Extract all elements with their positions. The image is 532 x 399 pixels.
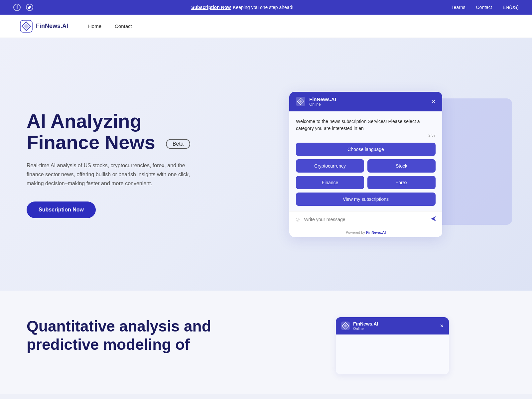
mini-chat-header-left: FinNews.AI Online (341, 321, 378, 331)
chat-btn-row-1: Cryptocurrency Stock (296, 159, 436, 173)
banner-right-nav: Tearns Contact EN(US) (451, 5, 519, 10)
logo-diamond-icon (20, 20, 33, 33)
hero-title-line1: AI Analyzing (27, 110, 142, 132)
chat-logo-icon (296, 97, 305, 106)
chat-footer: Powered by FinNews.AI (289, 228, 442, 237)
brand-name: FinNews.AI (36, 23, 68, 30)
navbar: FinNews.AI Home Contact (0, 15, 532, 38)
top-banner: Subscription Now Keeping you one step ah… (0, 0, 532, 15)
beta-badge: Beta (166, 139, 190, 149)
chat-input-row: ☺ (289, 211, 442, 228)
hero-section: AI Analyzing Finance News Beta Real-time… (0, 38, 532, 291)
chat-close-button[interactable]: × (432, 98, 436, 105)
twitter-icon[interactable] (26, 4, 33, 11)
nav-contact[interactable]: Contact (115, 23, 132, 29)
chat-welcome-message: Welcome to the news subscription Service… (296, 118, 436, 132)
subscription-link[interactable]: Subscription Now (191, 5, 231, 10)
section2: Quantitative analysis and predictive mod… (0, 291, 532, 394)
send-button[interactable] (430, 215, 437, 224)
choose-language-button[interactable]: Choose language (296, 143, 436, 156)
banner-social-icons (13, 4, 33, 11)
chat-timestamp: 2:37 (296, 133, 436, 137)
cryptocurrency-button[interactable]: Cryptocurrency (296, 159, 364, 173)
mini-close-button[interactable]: × (440, 323, 444, 330)
banner-center: Subscription Now Keeping you one step ah… (191, 5, 293, 10)
banner-nav-lang[interactable]: EN(US) (503, 5, 519, 10)
emoji-icon: ☺ (295, 216, 301, 223)
mini-chat-body (336, 334, 449, 374)
section2-title: Quantitative analysis and predictive mod… (27, 317, 253, 354)
chat-header-left: FinNews.AI Online (296, 96, 336, 107)
section2-title-line1: Quantitative analysis and (27, 318, 211, 335)
mini-brand-name: FinNews.AI (353, 321, 378, 327)
hero-description: Real-time AI analysis of US stocks, cryp… (27, 161, 200, 188)
mini-chat-widget: FinNews.AI Online × (336, 317, 449, 374)
section2-right: FinNews.AI Online × (279, 317, 505, 374)
hero-right-content: FinNews.AI Online × Welcome to the news … (226, 92, 505, 237)
facebook-icon[interactable] (13, 4, 21, 11)
banner-nav-contact[interactable]: Contact (476, 5, 492, 10)
finance-button[interactable]: Finance (296, 176, 364, 189)
subscription-now-button[interactable]: Subscription Now (27, 201, 96, 218)
nav-home[interactable]: Home (88, 23, 101, 29)
mini-chat-logo-icon (341, 322, 350, 330)
chat-body: Welcome to the news subscription Service… (289, 111, 442, 211)
chat-options: Choose language Cryptocurrency Stock Fin… (296, 143, 436, 206)
chat-btn-row-2: Finance Forex (296, 176, 436, 189)
hero-title: AI Analyzing Finance News Beta (27, 110, 226, 153)
banner-tagline: Keeping you one step ahead! (233, 5, 293, 10)
banner-nav-tearns[interactable]: Tearns (451, 5, 465, 10)
hero-left-content: AI Analyzing Finance News Beta Real-time… (27, 110, 226, 218)
stock-button[interactable]: Stock (367, 159, 436, 173)
mini-status: Online (353, 327, 378, 331)
section2-text: Quantitative analysis and predictive mod… (27, 317, 253, 354)
chat-header: FinNews.AI Online × (289, 92, 442, 111)
forex-button[interactable]: Forex (367, 176, 436, 189)
logo[interactable]: FinNews.AI (20, 20, 68, 33)
powered-by-label: Powered by (346, 230, 365, 234)
powered-by-brand: FinNews.AI (366, 230, 386, 234)
nav-links: Home Contact (88, 23, 132, 29)
chat-status: Online (309, 102, 336, 107)
view-subscriptions-button[interactable]: View my subscriptions (296, 193, 436, 206)
chat-brand-name: FinNews.AI (309, 96, 336, 102)
hero-title-line2: Finance News (27, 131, 155, 153)
chat-message-input[interactable] (304, 217, 427, 222)
chat-widget: FinNews.AI Online × Welcome to the news … (289, 92, 442, 237)
mini-chat-header: FinNews.AI Online × (336, 317, 449, 334)
section2-title-line2: predictive modeling of (27, 336, 190, 353)
